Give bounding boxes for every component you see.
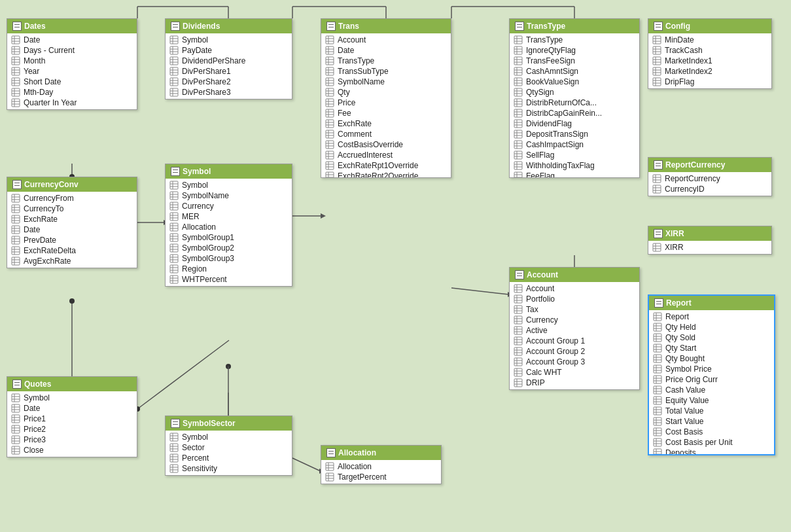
table-row[interactable]: Date bbox=[7, 224, 137, 235]
table-row[interactable]: SellFlag bbox=[510, 150, 639, 160]
table-row[interactable]: Account Group 1 bbox=[510, 336, 639, 346]
table-row[interactable]: CashAmntSign bbox=[510, 66, 639, 77]
table-row[interactable]: PayDate bbox=[166, 45, 292, 56]
table-row[interactable]: Cost Basis bbox=[649, 427, 774, 437]
table-row[interactable]: DistribCapGainRein... bbox=[510, 108, 639, 118]
table-row[interactable]: Calc WHT bbox=[510, 367, 639, 378]
table-row[interactable]: Start Value bbox=[649, 416, 774, 427]
table-row[interactable]: SymbolGroup1 bbox=[166, 232, 292, 243]
table-row[interactable]: Mth-Day bbox=[7, 87, 137, 98]
table-row[interactable]: Allocation bbox=[321, 461, 441, 472]
table-row[interactable]: Account bbox=[321, 35, 451, 45]
table-row[interactable]: Date bbox=[7, 403, 137, 414]
table-row[interactable]: ExchRate bbox=[321, 118, 451, 129]
table-row[interactable]: Fee bbox=[321, 108, 451, 118]
table-row[interactable]: WHTPercent bbox=[166, 274, 292, 285]
table-row[interactable]: Report bbox=[649, 311, 774, 322]
table-row[interactable]: TrackCash bbox=[648, 45, 771, 56]
table-row[interactable]: Equity Value bbox=[649, 395, 774, 406]
table-row[interactable]: FeeFlag bbox=[510, 171, 639, 177]
table-row[interactable]: MarketIndex2 bbox=[648, 66, 771, 77]
table-row[interactable]: XIRR bbox=[648, 242, 771, 253]
table-row[interactable]: PrevDate bbox=[7, 235, 137, 245]
table-row[interactable]: DivPerShare3 bbox=[166, 87, 292, 98]
table-row[interactable]: Qty Start bbox=[649, 343, 774, 353]
table-row[interactable]: Currency bbox=[510, 315, 639, 325]
table-row[interactable]: AvgExchRate bbox=[7, 256, 137, 266]
table-row[interactable]: Cash Value bbox=[649, 385, 774, 395]
table-row[interactable]: Qty Bought bbox=[649, 353, 774, 364]
table-row[interactable]: Account Group 2 bbox=[510, 346, 639, 357]
table-row[interactable]: Symbol bbox=[166, 432, 292, 442]
table-row[interactable]: Quarter In Year bbox=[7, 98, 137, 108]
table-row[interactable]: MER bbox=[166, 211, 292, 222]
table-row[interactable]: Symbol Price bbox=[649, 364, 774, 374]
table-row[interactable]: SymbolGroup2 bbox=[166, 243, 292, 253]
table-row[interactable]: TransFeeSign bbox=[510, 56, 639, 66]
table-row[interactable]: TransType bbox=[321, 56, 451, 66]
table-row[interactable]: Qty bbox=[321, 87, 451, 98]
table-row[interactable]: CostBasisOverride bbox=[321, 139, 451, 150]
table-row[interactable]: SymbolName bbox=[166, 190, 292, 201]
table-row[interactable]: CurrencyID bbox=[648, 184, 771, 194]
table-row[interactable]: IgnoreQtyFlag bbox=[510, 45, 639, 56]
table-row[interactable]: Region bbox=[166, 264, 292, 274]
table-row[interactable]: DivPerShare2 bbox=[166, 77, 292, 87]
table-row[interactable]: Comment bbox=[321, 129, 451, 139]
table-row[interactable]: TransType bbox=[510, 35, 639, 45]
table-row[interactable]: Close bbox=[7, 445, 137, 455]
table-row[interactable]: Tax bbox=[510, 304, 639, 315]
table-row[interactable]: MarketIndex1 bbox=[648, 56, 771, 66]
table-row[interactable]: MinDate bbox=[648, 35, 771, 45]
table-row[interactable]: AccruedInterest bbox=[321, 150, 451, 160]
table-row[interactable]: SymbolName bbox=[321, 77, 451, 87]
table-row[interactable]: DivPerShare1 bbox=[166, 66, 292, 77]
table-row[interactable]: Portfolio bbox=[510, 294, 639, 304]
table-row[interactable]: DividendFlag bbox=[510, 118, 639, 129]
table-row[interactable]: Date bbox=[321, 45, 451, 56]
table-row[interactable]: Short Date bbox=[7, 77, 137, 87]
table-row[interactable]: Qty Sold bbox=[649, 332, 774, 343]
table-row[interactable]: Price bbox=[321, 98, 451, 108]
table-row[interactable]: ReportCurrency bbox=[648, 173, 771, 184]
table-row[interactable]: Deposits bbox=[649, 448, 774, 454]
table-row[interactable]: Price3 bbox=[7, 434, 137, 445]
table-row[interactable]: Account bbox=[510, 283, 639, 294]
table-row[interactable]: Total Value bbox=[649, 406, 774, 416]
table-row[interactable]: Account Group 3 bbox=[510, 357, 639, 367]
table-row[interactable]: CurrencyFrom bbox=[7, 193, 137, 204]
table-row[interactable]: Price2 bbox=[7, 424, 137, 434]
table-row[interactable]: QtySign bbox=[510, 87, 639, 98]
table-row[interactable]: DistribReturnOfCa... bbox=[510, 98, 639, 108]
table-row[interactable]: Sector bbox=[166, 442, 292, 453]
table-row[interactable]: Price1 bbox=[7, 414, 137, 424]
table-row[interactable]: DepositTransSign bbox=[510, 129, 639, 139]
table-row[interactable]: ExchRateRpt2Override bbox=[321, 171, 451, 177]
table-row[interactable]: DividendPerShare bbox=[166, 56, 292, 66]
table-row[interactable]: ExchRateDelta bbox=[7, 245, 137, 256]
table-row[interactable]: ExchRateRpt1Override bbox=[321, 160, 451, 171]
table-row[interactable]: SymbolGroup3 bbox=[166, 253, 292, 264]
table-row[interactable]: Days - Current bbox=[7, 45, 137, 56]
table-row[interactable]: Month bbox=[7, 56, 137, 66]
table-row[interactable]: Symbol bbox=[166, 35, 292, 45]
table-row[interactable]: Percent bbox=[166, 453, 292, 463]
table-row[interactable]: DRIP bbox=[510, 378, 639, 388]
table-row[interactable]: DripFlag bbox=[648, 77, 771, 87]
table-row[interactable]: WithholdingTaxFlag bbox=[510, 160, 639, 171]
table-row[interactable]: TransSubType bbox=[321, 66, 451, 77]
table-row[interactable]: Symbol bbox=[7, 393, 137, 403]
table-row[interactable]: Symbol bbox=[166, 180, 292, 190]
table-row[interactable]: TargetPercent bbox=[321, 472, 441, 482]
table-row[interactable]: Active bbox=[510, 325, 639, 336]
table-row[interactable]: BookValueSign bbox=[510, 77, 639, 87]
table-row[interactable]: ExchRate bbox=[7, 214, 137, 224]
table-row[interactable]: Allocation bbox=[166, 222, 292, 232]
table-row[interactable]: Date bbox=[7, 35, 137, 45]
table-row[interactable]: Cost Basis per Unit bbox=[649, 437, 774, 448]
table-row[interactable]: Currency bbox=[166, 201, 292, 211]
table-row[interactable]: Price Orig Curr bbox=[649, 374, 774, 385]
table-row[interactable]: Sensitivity bbox=[166, 463, 292, 474]
table-row[interactable]: CurrencyTo bbox=[7, 204, 137, 214]
table-row[interactable]: Qty Held bbox=[649, 322, 774, 332]
